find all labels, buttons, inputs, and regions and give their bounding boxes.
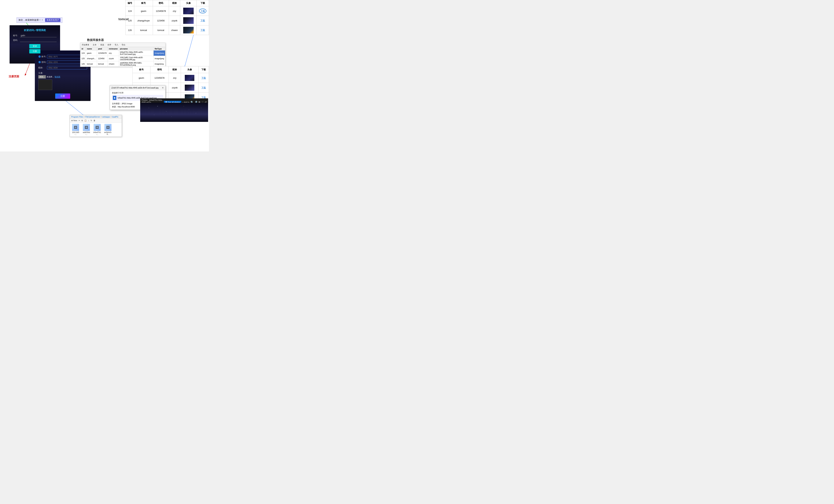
cell-account: zhangzhuye	[134, 16, 153, 25]
table-row: 125 zhangzhuye 123456 zzyok 下载	[126, 16, 209, 25]
tb-filter[interactable]: 筛选	[100, 44, 104, 46]
username-label: 账号:	[13, 34, 20, 37]
login-button[interactable]: 登录	[29, 44, 40, 48]
br-col-account: 账号	[133, 66, 151, 73]
fm-new-button[interactable]: ⊕ New	[71, 119, 77, 122]
fm-refresh-icon[interactable]: ↻	[91, 119, 92, 122]
no-file-text: 未选择...	[46, 75, 54, 78]
col-avatar: 头像	[180, 0, 196, 6]
db-cell-highlight: image/jpeg	[154, 50, 165, 56]
br-col-avatar: 头像	[181, 66, 198, 73]
cell-download[interactable]: 下载	[197, 6, 209, 16]
table-row: 124 gavin 12345678 zzy 下载	[126, 6, 209, 16]
breadcrumb-item-3[interactable]: webapps	[102, 116, 110, 118]
db-row-1: 124 gavin 12345678 zzy b4ba07b1-fdda-494…	[81, 50, 165, 56]
br-cell-nickname: zzy	[169, 73, 181, 83]
db-cell: zhangzh...	[86, 56, 97, 61]
br-cell-download[interactable]: 下载	[198, 83, 209, 93]
col-nickname: 昵称	[169, 0, 180, 6]
dialog-close-button[interactable]: ✕	[162, 86, 164, 89]
tb-begin[interactable]: 开始事务	[82, 44, 89, 46]
file-manager-breadcrumb: Program Files > FileUploadServer > webap…	[70, 115, 122, 119]
db-row-2: 125 zhangzh... 123456 zzyok 10613df0-7cb…	[81, 56, 165, 61]
password-input[interactable]	[20, 39, 57, 42]
file-item-2[interactable]: 🖼 add83fdd-...	[82, 124, 91, 135]
br-cell-nickname: zzyok	[169, 83, 181, 93]
db-cell: tomcat	[97, 61, 108, 67]
tb-export[interactable]: 导出	[122, 44, 125, 46]
download-link-3[interactable]: 下载	[200, 29, 205, 31]
admin-login-title: 欢迎访问い管理系统	[24, 29, 46, 32]
db-cell: zzy	[108, 50, 119, 56]
db-cell: 10613df0-7cbd-444b-ab30-ceb3304819f8.jpg	[119, 56, 153, 61]
breadcrumb-item-4[interactable]: loadPic	[112, 116, 118, 118]
br-col-password: 密码	[150, 66, 169, 73]
file-manager-toolbar: ⊕ New ✂ ⧉ 📋 ↕ ↻ 🗑	[70, 119, 122, 122]
tb-sort[interactable]: 排序	[107, 44, 111, 46]
br-cell-account: gavin	[133, 73, 151, 83]
username-input[interactable]	[20, 34, 57, 37]
file-name-4: ee0fe0c5-8...	[104, 132, 112, 135]
db-col-picname: picname	[119, 47, 153, 50]
db-col-pwd: pwd	[97, 47, 108, 50]
fm-cut-icon[interactable]: ✂	[79, 119, 80, 122]
register-button[interactable]: 注册	[55, 93, 70, 99]
cell-download[interactable]: 下载	[197, 25, 209, 35]
fm-move-icon[interactable]: ↕	[88, 119, 89, 122]
cell-nickname: zzy	[169, 6, 180, 16]
br-cell-avatar	[181, 73, 198, 83]
password-label: 密码:	[13, 39, 20, 42]
tb-import[interactable]: 导入	[115, 44, 118, 46]
file-name-2: add83fdd-...	[82, 132, 91, 135]
db-toolbar: 开始事务 | 文本· | 筛选 | 排序 | 导入 | 导出	[80, 43, 165, 47]
br-download-2[interactable]: 下载	[201, 86, 206, 89]
db-cell: gavin	[86, 50, 97, 56]
br-download-1[interactable]: 下载	[201, 76, 206, 79]
file-item-1[interactable]: 🖼 10613df0-...	[71, 124, 80, 135]
cell-download[interactable]: 下载	[197, 16, 209, 25]
br-cell-download[interactable]: 下载	[198, 73, 209, 83]
reg-password-label: 🔵 密码:	[38, 61, 47, 64]
breadcrumb-item-1[interactable]: Program Files	[71, 116, 83, 118]
fm-delete-icon[interactable]: 🗑	[93, 119, 95, 122]
db-cell: zzyok	[108, 56, 119, 61]
db-cell: 12345678	[97, 50, 108, 56]
table-top-right: 编号 账号 密码 昵称 头像 下载 124 gavin 12345678 zzy…	[125, 0, 209, 35]
download-link-2[interactable]: 下载	[200, 19, 205, 22]
file-name-1: 10613df0-...	[71, 132, 80, 135]
db-cell: 124	[81, 50, 86, 56]
file-icon: 📄	[113, 96, 116, 100]
file-browse-button[interactable]: 浏览...	[38, 75, 46, 78]
col-password: 密码	[153, 0, 169, 6]
db-table: id name pwd nickname picname fileType 12…	[80, 47, 165, 67]
cell-id: 126	[126, 25, 134, 35]
see-all-button[interactable]: 查看所有用户	[45, 18, 61, 22]
br-row-1: gavin 12345678 zzy 下载	[133, 73, 209, 83]
db-col-nickname: nickname	[108, 47, 119, 50]
db-row-3: 126 tomcat tomcat chwen add83fdd-3588-4f…	[81, 61, 165, 67]
file-icon-2: 🖼	[83, 124, 90, 131]
register-nav-button[interactable]: 注册	[29, 49, 40, 53]
db-cell: 123456	[97, 56, 108, 61]
avatar-preview	[38, 79, 52, 90]
welcome-text: 加文，欢迎来到这里！！	[19, 19, 43, 21]
breadcrumb-item-2[interactable]: FileUploadServer	[85, 116, 100, 118]
cell-password: 123456	[153, 16, 169, 25]
cell-account: gavin	[134, 6, 153, 16]
download-link-1[interactable]: 下载	[199, 8, 206, 14]
db-cell: b4ba07b1-fdda-4945-ad2b-8c471dc1aaa9.jpg	[119, 50, 153, 56]
db-cell: image/png	[154, 61, 165, 67]
tb-text[interactable]: 文本·	[93, 44, 97, 46]
file-manager-content: 🖼 10613df0-... 🖼 add83fdd-... 🖼 b4ba07b1…	[70, 122, 122, 137]
register-page-label: 注册页面	[9, 75, 19, 78]
fm-copy-icon[interactable]: ⧉	[82, 119, 83, 122]
file-item-4[interactable]: 🖼 ee0fe0c5-8...	[104, 124, 112, 135]
file-item-3[interactable]: 🖼 b4ba07b1-...	[93, 124, 102, 135]
dialog-prompt: 您选择了打开:	[112, 92, 163, 94]
preview-link[interactable]: 预览图	[54, 75, 60, 78]
db-col-filetype: fileType	[154, 47, 165, 50]
reg-nickname-label: 昵称:	[38, 66, 47, 69]
br-col-nickname: 昵称	[169, 66, 181, 73]
br-cell-avatar	[181, 83, 198, 93]
fm-paste-icon[interactable]: 📋	[84, 119, 87, 122]
